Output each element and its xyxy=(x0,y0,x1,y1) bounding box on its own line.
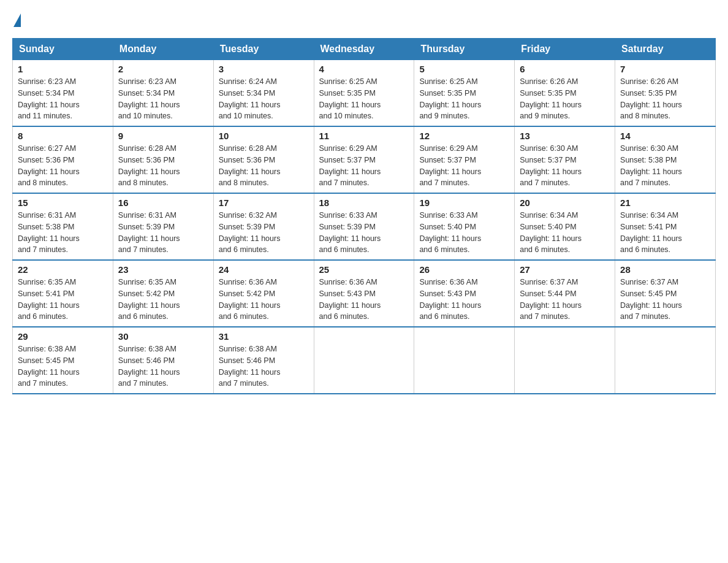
header-monday: Monday xyxy=(113,39,213,60)
day-info: Sunrise: 6:25 AM Sunset: 5:35 PM Dayligh… xyxy=(419,76,509,122)
day-number: 22 xyxy=(18,264,108,275)
day-number: 23 xyxy=(118,264,208,275)
day-info: Sunrise: 6:38 AM Sunset: 5:46 PM Dayligh… xyxy=(219,343,309,389)
day-number: 19 xyxy=(419,197,509,208)
day-info: Sunrise: 6:33 AM Sunset: 5:40 PM Dayligh… xyxy=(419,210,509,256)
day-info: Sunrise: 6:28 AM Sunset: 5:36 PM Dayligh… xyxy=(219,143,309,189)
day-number: 31 xyxy=(219,331,309,342)
calendar-cell: 16 Sunrise: 6:31 AM Sunset: 5:39 PM Dayl… xyxy=(113,193,213,260)
day-number: 25 xyxy=(319,264,409,275)
calendar-cell: 13 Sunrise: 6:30 AM Sunset: 5:37 PM Dayl… xyxy=(515,126,615,193)
day-info: Sunrise: 6:27 AM Sunset: 5:36 PM Dayligh… xyxy=(18,143,108,189)
calendar-cell xyxy=(515,327,615,394)
calendar-cell: 14 Sunrise: 6:30 AM Sunset: 5:38 PM Dayl… xyxy=(615,126,716,193)
day-number: 21 xyxy=(620,197,710,208)
day-info: Sunrise: 6:31 AM Sunset: 5:38 PM Dayligh… xyxy=(18,210,108,256)
calendar-week-4: 22 Sunrise: 6:35 AM Sunset: 5:41 PM Dayl… xyxy=(13,260,716,327)
calendar-week-3: 15 Sunrise: 6:31 AM Sunset: 5:38 PM Dayl… xyxy=(13,193,716,260)
day-info: Sunrise: 6:35 AM Sunset: 5:41 PM Dayligh… xyxy=(18,277,108,323)
day-number: 18 xyxy=(319,197,409,208)
calendar-cell: 26 Sunrise: 6:36 AM Sunset: 5:43 PM Dayl… xyxy=(414,260,515,327)
calendar-cell: 18 Sunrise: 6:33 AM Sunset: 5:39 PM Dayl… xyxy=(314,193,414,260)
calendar-cell: 30 Sunrise: 6:38 AM Sunset: 5:46 PM Dayl… xyxy=(113,327,213,394)
day-info: Sunrise: 6:26 AM Sunset: 5:35 PM Dayligh… xyxy=(620,76,710,122)
calendar-cell: 27 Sunrise: 6:37 AM Sunset: 5:44 PM Dayl… xyxy=(515,260,615,327)
day-number: 16 xyxy=(118,197,208,208)
calendar-week-1: 1 Sunrise: 6:23 AM Sunset: 5:34 PM Dayli… xyxy=(13,60,716,127)
calendar-cell: 23 Sunrise: 6:35 AM Sunset: 5:42 PM Dayl… xyxy=(113,260,213,327)
day-info: Sunrise: 6:31 AM Sunset: 5:39 PM Dayligh… xyxy=(118,210,208,256)
day-number: 29 xyxy=(18,331,108,342)
day-number: 1 xyxy=(18,64,108,74)
day-info: Sunrise: 6:36 AM Sunset: 5:43 PM Dayligh… xyxy=(419,277,509,323)
day-info: Sunrise: 6:26 AM Sunset: 5:35 PM Dayligh… xyxy=(520,76,610,122)
day-info: Sunrise: 6:36 AM Sunset: 5:42 PM Dayligh… xyxy=(219,277,309,323)
day-number: 17 xyxy=(219,197,309,208)
day-number: 3 xyxy=(219,64,309,74)
day-info: Sunrise: 6:29 AM Sunset: 5:37 PM Dayligh… xyxy=(419,143,509,189)
calendar-table: SundayMondayTuesdayWednesdayThursdayFrid… xyxy=(12,38,716,394)
day-number: 7 xyxy=(620,64,710,74)
day-info: Sunrise: 6:33 AM Sunset: 5:39 PM Dayligh… xyxy=(319,210,409,256)
calendar-cell: 7 Sunrise: 6:26 AM Sunset: 5:35 PM Dayli… xyxy=(615,60,716,127)
calendar-cell: 24 Sunrise: 6:36 AM Sunset: 5:42 PM Dayl… xyxy=(213,260,314,327)
day-number: 12 xyxy=(419,131,509,141)
page-header xyxy=(12,12,716,26)
header-sunday: Sunday xyxy=(13,39,113,60)
calendar-cell: 11 Sunrise: 6:29 AM Sunset: 5:37 PM Dayl… xyxy=(314,126,414,193)
day-info: Sunrise: 6:30 AM Sunset: 5:37 PM Dayligh… xyxy=(520,143,610,189)
calendar-cell: 2 Sunrise: 6:23 AM Sunset: 5:34 PM Dayli… xyxy=(113,60,213,127)
calendar-cell: 1 Sunrise: 6:23 AM Sunset: 5:34 PM Dayli… xyxy=(13,60,113,127)
day-number: 9 xyxy=(118,131,208,141)
calendar-cell: 17 Sunrise: 6:32 AM Sunset: 5:39 PM Dayl… xyxy=(213,193,314,260)
calendar-cell: 19 Sunrise: 6:33 AM Sunset: 5:40 PM Dayl… xyxy=(414,193,515,260)
day-number: 4 xyxy=(319,64,409,74)
day-info: Sunrise: 6:32 AM Sunset: 5:39 PM Dayligh… xyxy=(219,210,309,256)
day-info: Sunrise: 6:23 AM Sunset: 5:34 PM Dayligh… xyxy=(18,76,108,122)
calendar-cell: 5 Sunrise: 6:25 AM Sunset: 5:35 PM Dayli… xyxy=(414,60,515,127)
day-number: 20 xyxy=(520,197,610,208)
day-number: 11 xyxy=(319,131,409,141)
day-number: 5 xyxy=(419,64,509,74)
calendar-cell: 3 Sunrise: 6:24 AM Sunset: 5:34 PM Dayli… xyxy=(213,60,314,127)
calendar-cell: 6 Sunrise: 6:26 AM Sunset: 5:35 PM Dayli… xyxy=(515,60,615,127)
calendar-cell: 9 Sunrise: 6:28 AM Sunset: 5:36 PM Dayli… xyxy=(113,126,213,193)
calendar-cell: 25 Sunrise: 6:36 AM Sunset: 5:43 PM Dayl… xyxy=(314,260,414,327)
day-number: 6 xyxy=(520,64,610,74)
calendar-cell: 21 Sunrise: 6:34 AM Sunset: 5:41 PM Dayl… xyxy=(615,193,716,260)
calendar-week-2: 8 Sunrise: 6:27 AM Sunset: 5:36 PM Dayli… xyxy=(13,126,716,193)
day-info: Sunrise: 6:28 AM Sunset: 5:36 PM Dayligh… xyxy=(118,143,208,189)
day-info: Sunrise: 6:24 AM Sunset: 5:34 PM Dayligh… xyxy=(219,76,309,122)
day-number: 27 xyxy=(520,264,610,275)
calendar-cell: 10 Sunrise: 6:28 AM Sunset: 5:36 PM Dayl… xyxy=(213,126,314,193)
header-thursday: Thursday xyxy=(414,39,515,60)
day-info: Sunrise: 6:36 AM Sunset: 5:43 PM Dayligh… xyxy=(319,277,409,323)
day-info: Sunrise: 6:29 AM Sunset: 5:37 PM Dayligh… xyxy=(319,143,409,189)
day-info: Sunrise: 6:34 AM Sunset: 5:41 PM Dayligh… xyxy=(620,210,710,256)
calendar-cell xyxy=(615,327,716,394)
day-number: 2 xyxy=(118,64,208,74)
day-number: 28 xyxy=(620,264,710,275)
day-info: Sunrise: 6:35 AM Sunset: 5:42 PM Dayligh… xyxy=(118,277,208,323)
logo xyxy=(12,12,22,26)
calendar-cell: 20 Sunrise: 6:34 AM Sunset: 5:40 PM Dayl… xyxy=(515,193,615,260)
calendar-cell: 4 Sunrise: 6:25 AM Sunset: 5:35 PM Dayli… xyxy=(314,60,414,127)
day-info: Sunrise: 6:23 AM Sunset: 5:34 PM Dayligh… xyxy=(118,76,208,122)
calendar-header-row: SundayMondayTuesdayWednesdayThursdayFrid… xyxy=(13,39,716,60)
calendar-cell: 15 Sunrise: 6:31 AM Sunset: 5:38 PM Dayl… xyxy=(13,193,113,260)
calendar-week-5: 29 Sunrise: 6:38 AM Sunset: 5:45 PM Dayl… xyxy=(13,327,716,394)
logo-triangle-icon xyxy=(13,13,21,27)
calendar-cell: 28 Sunrise: 6:37 AM Sunset: 5:45 PM Dayl… xyxy=(615,260,716,327)
calendar-cell: 8 Sunrise: 6:27 AM Sunset: 5:36 PM Dayli… xyxy=(13,126,113,193)
calendar-cell: 12 Sunrise: 6:29 AM Sunset: 5:37 PM Dayl… xyxy=(414,126,515,193)
day-number: 10 xyxy=(219,131,309,141)
day-info: Sunrise: 6:38 AM Sunset: 5:46 PM Dayligh… xyxy=(118,343,208,389)
day-info: Sunrise: 6:25 AM Sunset: 5:35 PM Dayligh… xyxy=(319,76,409,122)
calendar-cell xyxy=(314,327,414,394)
header-wednesday: Wednesday xyxy=(314,39,414,60)
day-number: 13 xyxy=(520,131,610,141)
day-info: Sunrise: 6:38 AM Sunset: 5:45 PM Dayligh… xyxy=(18,343,108,389)
calendar-cell: 22 Sunrise: 6:35 AM Sunset: 5:41 PM Dayl… xyxy=(13,260,113,327)
day-number: 8 xyxy=(18,131,108,141)
day-info: Sunrise: 6:37 AM Sunset: 5:44 PM Dayligh… xyxy=(520,277,610,323)
